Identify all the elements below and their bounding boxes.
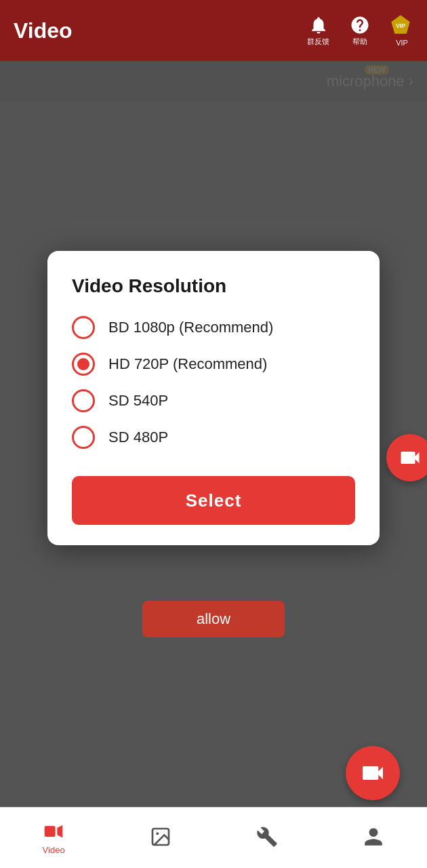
resolution-modal: Video Resolution BD 1080p (Recommend) HD… [47,251,380,545]
radio-hd-720p[interactable] [72,353,95,376]
nav-wrench-icon [256,826,278,848]
radio-bd-1080p[interactable] [72,316,95,339]
label-sd-540p: SD 540P [108,392,168,410]
option-bd-1080p[interactable]: BD 1080p (Recommend) [72,316,355,339]
radio-sd-480p[interactable] [72,426,95,449]
option-hd-720p[interactable]: HD 720P (Recommend) [72,353,355,376]
option-sd-540p[interactable]: SD 540P [72,389,355,412]
nav-profile[interactable] [363,826,384,850]
label-sd-480p: SD 480P [108,429,168,446]
svg-rect-2 [45,826,56,837]
video-camera-icon-right [398,446,422,470]
modal-backdrop: Video Resolution BD 1080p (Recommend) HD… [0,0,427,868]
nav-person-icon [363,826,384,848]
nav-video-icon [43,821,64,842]
option-sd-480p[interactable]: SD 480P [72,426,355,449]
radio-sd-540p[interactable] [72,389,95,412]
nav-video-label: Video [43,845,65,855]
label-bd-1080p: BD 1080p (Recommend) [108,319,273,336]
select-button[interactable]: Select [72,476,355,525]
nav-settings[interactable] [256,826,278,850]
nav-video[interactable]: Video [43,821,65,855]
nav-image[interactable] [150,826,171,850]
bottom-nav: Video [0,807,427,868]
svg-marker-3 [57,825,62,838]
nav-image-icon [150,826,171,848]
modal-title: Video Resolution [72,275,355,297]
svg-point-5 [156,832,159,835]
label-hd-720p: HD 720P (Recommend) [108,355,267,373]
